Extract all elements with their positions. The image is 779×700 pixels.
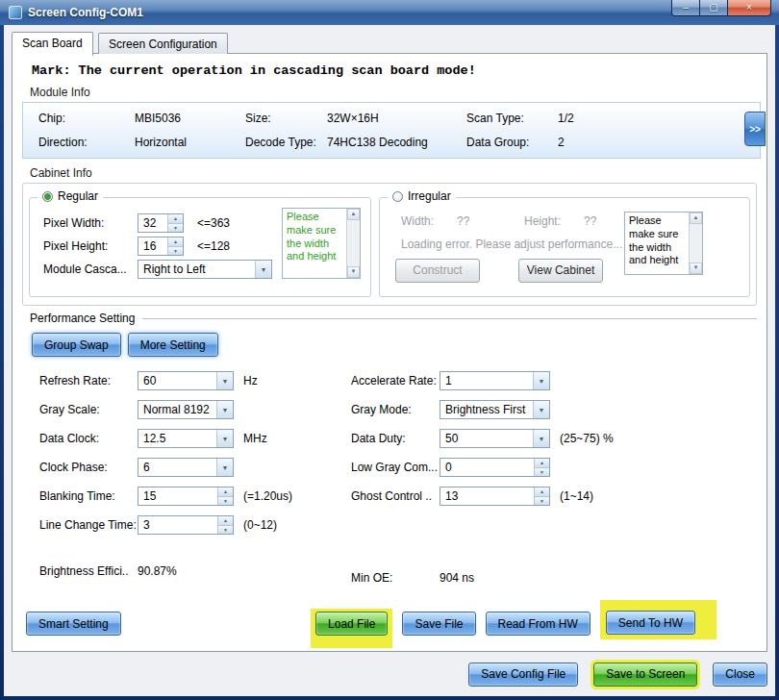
min-oe-row: Min OE: 904 ns <box>351 567 766 588</box>
read-from-hw-button[interactable]: Read From HW <box>486 612 591 636</box>
close-button[interactable]: × <box>727 0 771 16</box>
data-duty-label: Data Duty: <box>351 432 440 445</box>
clock-phase-select[interactable]: 6 ▼ <box>138 458 234 477</box>
gray-scale-value: Normal 8192 <box>138 401 216 418</box>
pixel-height-limit: <=128 <box>197 239 230 253</box>
chevron-down-icon[interactable]: ▼ <box>533 372 549 389</box>
window-controls: – ▢ × <box>671 0 771 16</box>
more-setting-button[interactable]: More Setting <box>128 333 218 357</box>
clock-phase-value: 6 <box>138 459 216 476</box>
irregular-radio[interactable]: Irregular <box>388 189 456 203</box>
min-oe-label: Min OE: <box>351 571 440 585</box>
chevron-down-icon[interactable]: ▼ <box>533 401 549 418</box>
brightness-value: 90.87% <box>138 564 177 578</box>
radio-unselected-icon <box>392 191 403 202</box>
data-clock-label: Data Clock: <box>39 432 138 445</box>
gray-mode-value: Brightness First <box>440 401 533 418</box>
cabinet-info-section-label: Cabinet Info <box>30 166 766 180</box>
blanking-time-input[interactable]: 15 ▲ ▼ <box>138 487 234 506</box>
module-info-expand-button[interactable]: >> <box>744 112 766 146</box>
chevron-down-icon[interactable]: ▼ <box>216 372 233 389</box>
module-cascade-select[interactable]: Right to Left ▼ <box>138 260 272 279</box>
clock-phase-label: Clock Phase: <box>39 461 138 474</box>
spinner-buttons: ▲ ▼ <box>167 214 183 232</box>
direction-value: Horizontal <box>135 136 245 149</box>
spin-down-icon[interactable]: ▼ <box>535 497 549 506</box>
chevron-down-icon[interactable]: ▼ <box>216 401 233 418</box>
title-bar[interactable]: Screen Config-COM1 – ▢ × <box>0 0 779 25</box>
cabinet-info-group: Regular Pixel Width: 32 ▲ ▼ <=363 <box>22 183 757 306</box>
pixel-width-input[interactable]: 32 ▲ ▼ <box>138 213 184 233</box>
gray-scale-select[interactable]: Normal 8192 ▼ <box>138 400 234 419</box>
group-swap-button[interactable]: Group Swap <box>32 333 121 357</box>
save-file-button[interactable]: Save File <box>402 612 475 636</box>
spinner-buttons: ▲ ▼ <box>534 488 549 505</box>
spinner-buttons: ▲ ▼ <box>217 516 233 534</box>
pixel-height-input[interactable]: 16 ▲ ▼ <box>138 237 184 256</box>
data-duty-select[interactable]: 50 ▼ <box>440 429 550 448</box>
spin-up-icon[interactable]: ▲ <box>218 488 233 497</box>
spin-up-icon[interactable]: ▲ <box>535 459 549 468</box>
accelerate-rate-select[interactable]: 1 ▼ <box>440 371 550 390</box>
construct-button[interactable]: Construct <box>395 259 480 283</box>
minimize-button[interactable]: – <box>671 0 700 16</box>
spin-up-icon[interactable]: ▲ <box>168 238 183 247</box>
note-scrollbar[interactable]: ▲ ▼ <box>689 212 702 274</box>
load-file-button[interactable]: Load File <box>315 612 388 636</box>
send-to-hw-button[interactable]: Send To HW <box>606 611 695 635</box>
spin-up-icon[interactable]: ▲ <box>218 516 233 526</box>
refresh-rate-label: Refresh Rate: <box>39 374 138 388</box>
scroll-up-icon[interactable]: ▲ <box>690 212 702 224</box>
spin-down-icon[interactable]: ▼ <box>535 468 549 477</box>
spin-down-icon[interactable]: ▼ <box>168 224 183 233</box>
data-duty-row: Data Duty: 50 ▼ (25~75) % <box>351 428 766 449</box>
spin-up-icon[interactable]: ▲ <box>168 214 183 224</box>
scroll-down-icon[interactable]: ▼ <box>690 262 702 274</box>
data-group-label: Data Group: <box>466 136 558 149</box>
tab-scan-board[interactable]: Scan Board <box>12 32 93 56</box>
irregular-cabinet-box: Irregular Width: ?? Height: ?? Loading e… <box>379 197 750 297</box>
chevron-down-icon[interactable]: ▼ <box>255 261 271 278</box>
line-change-input[interactable]: 3 ▲ ▼ <box>138 515 234 535</box>
brightness-label: Brightness Effici.. <box>39 564 138 578</box>
chevron-down-icon[interactable]: ▼ <box>533 430 549 447</box>
close-dialog-button[interactable]: Close <box>713 662 767 687</box>
performance-buttons: Group Swap More Setting <box>32 333 766 357</box>
irregular-height-label: Height: <box>524 214 584 228</box>
save-to-screen-button[interactable]: Save to Screen <box>593 662 697 687</box>
ghost-control-input[interactable]: 13 ▲ ▼ <box>440 487 550 506</box>
scan-type-value: 1/2 <box>558 112 735 125</box>
irregular-note-box: Please make sure the width and height ▲ … <box>624 212 703 275</box>
spin-up-icon[interactable]: ▲ <box>535 488 549 497</box>
smart-setting-button[interactable]: Smart Setting <box>26 612 121 636</box>
data-duty-value: 50 <box>440 430 533 447</box>
spin-down-icon[interactable]: ▼ <box>218 497 233 506</box>
min-oe-value: 904 ns <box>440 571 474 585</box>
load-file-highlight: Load File <box>311 609 392 648</box>
note-scrollbar[interactable]: ▲ ▼ <box>346 209 360 278</box>
data-clock-select[interactable]: 12.5 ▼ <box>138 429 234 448</box>
gray-mode-select[interactable]: Brightness First ▼ <box>440 400 550 419</box>
low-gray-input[interactable]: 0 ▲ ▼ <box>440 458 550 477</box>
regular-radio[interactable]: Regular <box>38 189 103 203</box>
ghost-control-label: Ghost Control .. <box>351 489 440 503</box>
scroll-down-icon[interactable]: ▼ <box>347 266 360 278</box>
scroll-up-icon[interactable]: ▲ <box>347 209 360 220</box>
save-config-file-button[interactable]: Save Config File <box>468 662 578 687</box>
dialog-client-area: Scan Board Screen Configuration Mark: Th… <box>4 25 775 696</box>
chevron-down-icon[interactable]: ▼ <box>216 430 233 447</box>
tab-screen-configuration[interactable]: Screen Configuration <box>98 33 228 54</box>
regular-note-box: Please make sure the width and height ▲ … <box>282 208 361 279</box>
spin-down-icon[interactable]: ▼ <box>168 247 183 256</box>
maximize-button[interactable]: ▢ <box>700 0 727 16</box>
view-cabinet-button[interactable]: View Cabinet <box>518 259 603 283</box>
window-icon <box>9 6 22 19</box>
spin-down-icon[interactable]: ▼ <box>218 526 233 535</box>
window-title: Screen Config-COM1 <box>28 6 143 19</box>
gray-mode-label: Gray Mode: <box>351 403 440 416</box>
chevron-down-icon[interactable]: ▼ <box>216 459 233 476</box>
pixel-height-value: 16 <box>138 238 167 255</box>
refresh-rate-select[interactable]: 60 ▼ <box>138 371 234 390</box>
line-change-row: Line Change Time: 3 ▲ ▼ (0~12) <box>39 514 338 536</box>
pixel-width-label: Pixel Width: <box>43 216 138 230</box>
